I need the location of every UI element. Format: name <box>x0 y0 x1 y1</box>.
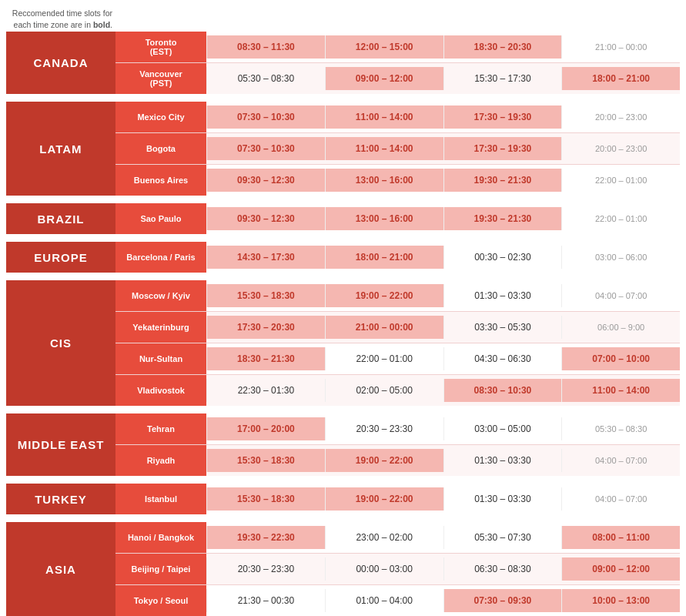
slot1-time: 09:30 – 12:30 <box>206 169 325 192</box>
slot4-time: 09:00 – 12:00 <box>561 557 680 581</box>
slot4-time: 20:00 – 23:00 <box>561 137 680 160</box>
city-cell: Mexico City <box>115 102 206 132</box>
slot1-time: 05:30 – 08:30 <box>206 67 325 90</box>
region-block-turkey: TURKEYIstanbul15:30 – 18:3019:00 – 22:00… <box>6 484 680 514</box>
slot4-time: 04:00 – 07:00 <box>561 487 680 511</box>
slot1-time: 15:30 – 18:30 <box>206 449 325 472</box>
slot2-time: 23:00 – 02:00 <box>325 526 443 549</box>
slot3-time: 05:30 – 07:30 <box>443 526 562 549</box>
region-rows: Tehran17:00 – 20:0020:30 – 23:3003:00 – … <box>115 413 680 476</box>
time-cells: 09:30 – 12:3013:00 – 16:0019:30 – 21:302… <box>206 207 680 230</box>
slot3-time: 18:30 – 20:30 <box>443 35 562 59</box>
city-row: Hanoi / Bangkok19:30 – 22:3023:00 – 02:0… <box>115 522 680 554</box>
city-cell: Vancouver (PST) <box>115 63 206 94</box>
city-cell: Tokyo / Seoul <box>115 585 206 616</box>
time-cells: 17:30 – 20:3021:00 – 00:0003:30 – 05:300… <box>206 316 680 339</box>
region-block-latam: LATAMMexico City07:30 – 10:3011:00 – 14:… <box>6 102 680 196</box>
header-slots <box>115 8 680 30</box>
city-row: Moscow / Kyiv15:30 – 18:3019:00 – 22:000… <box>115 280 680 312</box>
slot1-time: 14:30 – 17:30 <box>206 246 325 269</box>
region-block-brazil: BRAZILSao Paulo09:30 – 12:3013:00 – 16:0… <box>6 203 680 234</box>
slot4-time: 08:00 – 11:00 <box>561 526 680 549</box>
city-row: Buenos Aires09:30 – 12:3013:00 – 16:0019… <box>115 165 680 196</box>
slot1-time: 08:30 – 11:30 <box>206 35 325 59</box>
city-cell: Sao Paulo <box>115 203 206 234</box>
city-row: Vancouver (PST)05:30 – 08:3009:00 – 12:0… <box>115 63 680 94</box>
slot2-time: 00:00 – 03:00 <box>325 557 443 581</box>
city-row: Sao Paulo09:30 – 12:3013:00 – 16:0019:30… <box>115 203 680 234</box>
slot1-time: 21:30 – 00:30 <box>206 589 325 612</box>
slot1-time: 17:30 – 20:30 <box>206 316 325 339</box>
region-label: MIDDLE EAST <box>6 413 115 476</box>
time-cells: 15:30 – 18:3019:00 – 22:0001:30 – 03:300… <box>206 284 680 307</box>
slot4-time: 07:00 – 10:00 <box>561 347 680 370</box>
city-cell: Vladivostok <box>115 375 206 406</box>
region-rows: Moscow / Kyiv15:30 – 18:3019:00 – 22:000… <box>115 280 680 406</box>
slot4-time: 04:00 – 07:00 <box>561 284 680 307</box>
slot1-time: 15:30 – 18:30 <box>206 487 325 511</box>
time-cells: 21:30 – 00:3001:00 – 04:0007:30 – 09:301… <box>206 589 680 612</box>
city-row: Mexico City07:30 – 10:3011:00 – 14:0017:… <box>115 102 680 133</box>
slot4-header <box>539 8 680 30</box>
slot2-time: 02:00 – 05:00 <box>325 379 443 402</box>
slot1-time: 20:30 – 23:30 <box>206 557 325 581</box>
slot3-time: 01:30 – 03:30 <box>443 284 562 307</box>
city-row: Beijing / Taipei20:30 – 23:3000:00 – 03:… <box>115 554 680 585</box>
slot2-time: 11:00 – 14:00 <box>325 137 443 160</box>
slot2-time: 13:00 – 16:00 <box>325 169 443 192</box>
slot3-time: 17:30 – 19:30 <box>443 137 562 160</box>
slot4-time: 05:30 – 08:30 <box>561 417 680 440</box>
slot3-time: 17:30 – 19:30 <box>443 105 562 129</box>
region-block-canada: CANADAToronto (EST)08:30 – 11:3012:00 – … <box>6 32 680 94</box>
time-cells: 09:30 – 12:3013:00 – 16:0019:30 – 21:302… <box>206 169 680 192</box>
time-cells: 05:30 – 08:3009:00 – 12:0015:30 – 17:301… <box>206 67 680 90</box>
city-row: Tokyo / Seoul21:30 – 00:3001:00 – 04:000… <box>115 585 680 616</box>
city-cell: Buenos Aires <box>115 165 206 196</box>
slot2-time: 11:00 – 14:00 <box>325 105 443 129</box>
slot2-time: 13:00 – 16:00 <box>325 207 443 230</box>
region-block-asia: ASIAHanoi / Bangkok19:30 – 22:3023:00 – … <box>6 522 680 616</box>
time-cells: 22:30 – 01:3002:00 – 05:0008:30 – 10:301… <box>206 379 680 402</box>
city-row: Istanbul15:30 – 18:3019:00 – 22:0001:30 … <box>115 484 680 514</box>
slot3-time: 07:30 – 09:30 <box>443 589 562 612</box>
slot3-time: 08:30 – 10:30 <box>443 379 562 402</box>
city-cell: Istanbul <box>115 484 206 514</box>
time-cells: 17:00 – 20:0020:30 – 23:3003:00 – 05:000… <box>206 417 680 440</box>
region-rows: Hanoi / Bangkok19:30 – 22:3023:00 – 02:0… <box>115 522 680 616</box>
region-label: BRAZIL <box>6 203 115 234</box>
slot2-time: 19:00 – 22:00 <box>325 449 443 472</box>
time-cells: 20:30 – 23:3000:00 – 03:0006:30 – 08:300… <box>206 557 680 581</box>
slot4-time: 04:00 – 07:00 <box>561 449 680 472</box>
region-label: EUROPE <box>6 242 115 273</box>
time-cells: 15:30 – 18:3019:00 – 22:0001:30 – 03:300… <box>206 487 680 511</box>
time-cells: 15:30 – 18:3019:00 – 22:0001:30 – 03:300… <box>206 449 680 472</box>
time-cells: 08:30 – 11:3012:00 – 15:0018:30 – 20:302… <box>206 35 680 59</box>
city-cell: Moscow / Kyiv <box>115 280 206 311</box>
slot2-time: 01:00 – 04:00 <box>325 589 443 612</box>
region-rows: Barcelona / Paris14:30 – 17:3018:00 – 21… <box>115 242 680 273</box>
slot2-time: 09:00 – 12:00 <box>325 67 443 90</box>
region-block-europe: EUROPEBarcelona / Paris14:30 – 17:3018:0… <box>6 242 680 273</box>
city-cell: Riyadh <box>115 445 206 476</box>
city-cell: Beijing / Taipei <box>115 554 206 584</box>
slot4-time: 06:00 – 9:00 <box>561 316 680 339</box>
header-note: Reccomended time slots foreach time zone… <box>6 8 115 30</box>
slot4-time: 22:00 – 01:00 <box>561 169 680 192</box>
slot1-header <box>115 8 256 30</box>
slot3-time: 15:30 – 17:30 <box>443 67 562 90</box>
region-rows: Istanbul15:30 – 18:3019:00 – 22:0001:30 … <box>115 484 680 514</box>
city-cell: Nur-Sultan <box>115 343 206 374</box>
slot4-time: 11:00 – 14:00 <box>561 379 680 402</box>
region-label: ASIA <box>6 522 115 616</box>
slot3-time: 19:30 – 21:30 <box>443 169 562 192</box>
city-cell: Bogota <box>115 133 206 164</box>
city-row: Barcelona / Paris14:30 – 17:3018:00 – 21… <box>115 242 680 273</box>
time-cells: 19:30 – 22:3023:00 – 02:0005:30 – 07:300… <box>206 526 680 549</box>
city-cell: Toronto (EST) <box>115 32 206 62</box>
city-cell: Hanoi / Bangkok <box>115 522 206 553</box>
slot3-time: 03:30 – 05:30 <box>443 316 562 339</box>
slot3-time: 01:30 – 03:30 <box>443 449 562 472</box>
slot2-time: 19:00 – 22:00 <box>325 487 443 511</box>
slot4-time: 22:00 – 01:00 <box>561 207 680 230</box>
slot2-header <box>256 8 397 30</box>
